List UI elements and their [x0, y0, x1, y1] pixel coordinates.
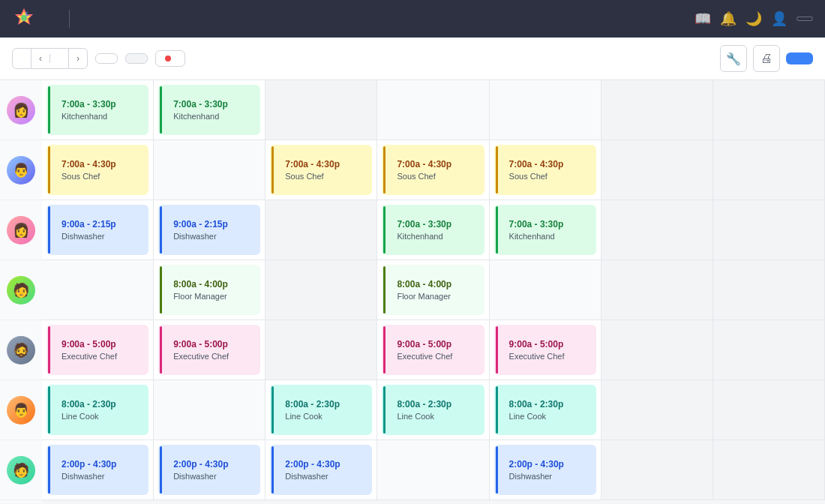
schedule-cell[interactable]: 7:00a - 3:30pKitchenhand: [154, 80, 266, 140]
schedule-cell[interactable]: 9:00a - 5:00pExecutive Chef: [377, 320, 489, 380]
schedule-cell[interactable]: [266, 80, 377, 140]
schedule-cell[interactable]: [154, 380, 266, 440]
schedule-cell[interactable]: 8:00a - 2:30pLine Cook: [42, 380, 154, 440]
schedule-cell[interactable]: 9:00a - 5:00pExecutive Chef: [154, 320, 266, 380]
shift-card[interactable]: 8:00a - 2:30pLine Cook: [270, 385, 372, 435]
schedule-cell[interactable]: [602, 80, 713, 140]
moon-icon[interactable]: 🌙: [746, 10, 762, 27]
shift-card[interactable]: 8:00a - 2:30pLine Cook: [46, 385, 148, 435]
avatar[interactable]: 🧑: [7, 276, 35, 304]
schedule-cell[interactable]: 7:00a - 3:30pKitchenhand: [377, 200, 489, 260]
schedule-cell[interactable]: 9:00a - 5:00pExecutive Chef: [42, 320, 154, 380]
schedule-cell[interactable]: [377, 440, 489, 500]
shift-card[interactable]: 7:00a - 4:30pSous Chef: [270, 145, 372, 195]
pending-badge[interactable]: [155, 50, 185, 67]
shift-card[interactable]: 2:00p - 4:30pDishwasher: [46, 445, 148, 495]
schedule-cell[interactable]: 7:00a - 4:30pSous Chef: [42, 140, 154, 200]
schedule-cell[interactable]: 2:00p - 4:30pDishwasher: [154, 440, 266, 500]
shift-color-indicator: [160, 206, 162, 254]
shift-card[interactable]: 7:00a - 4:30pSous Chef: [494, 145, 596, 195]
schedule-cell[interactable]: [602, 440, 713, 500]
date-range-label: [50, 54, 68, 63]
schedule-cell[interactable]: [266, 320, 377, 380]
shift-card[interactable]: 7:00a - 3:30pKitchenhand: [494, 205, 596, 255]
avatar[interactable]: 🧔: [7, 336, 35, 364]
schedule-cell[interactable]: 7:00a - 4:30pSous Chef: [266, 140, 377, 200]
shift-card[interactable]: 9:00a - 5:00pExecutive Chef: [46, 325, 148, 375]
schedule-cell[interactable]: 7:00a - 4:30pSous Chef: [490, 140, 602, 200]
schedule-cell[interactable]: [490, 260, 602, 320]
schedule-cell[interactable]: [490, 80, 602, 140]
sections-filter-button[interactable]: [125, 53, 148, 64]
shift-time: 7:00a - 4:30p: [285, 159, 366, 171]
avatar[interactable]: 🧑: [7, 456, 35, 484]
schedule-cell[interactable]: [266, 260, 377, 320]
schedule-cell[interactable]: [154, 140, 266, 200]
shift-card[interactable]: 9:00a - 5:00pExecutive Chef: [382, 325, 484, 375]
schedule-cell[interactable]: [266, 200, 377, 260]
shift-card[interactable]: 2:00p - 4:30pDishwasher: [270, 445, 372, 495]
avatar-image: 👨: [7, 156, 35, 184]
schedule-cell[interactable]: 2:00p - 4:30pDishwasher: [42, 440, 154, 500]
book-icon[interactable]: 📖: [694, 10, 711, 27]
publish-button[interactable]: [786, 52, 813, 64]
schedule-cell[interactable]: 8:00a - 2:30pLine Cook: [266, 380, 377, 440]
schedule-cell[interactable]: 8:00a - 2:30pLine Cook: [490, 380, 602, 440]
shift-card[interactable]: 8:00a - 2:30pLine Cook: [494, 385, 596, 435]
shift-color-indicator: [496, 146, 498, 194]
schedule-cell[interactable]: [713, 380, 825, 440]
avatar[interactable]: 👩: [7, 96, 35, 124]
shift-card[interactable]: 8:00a - 4:00pFloor Manager: [158, 265, 260, 315]
schedule-cell[interactable]: 7:00a - 4:30pSous Chef: [377, 140, 489, 200]
shift-card[interactable]: 9:00a - 2:15pDishwasher: [158, 205, 260, 255]
user-icon[interactable]: 👤: [771, 10, 788, 27]
schedule-cell[interactable]: 7:00a - 3:30pKitchenhand: [42, 80, 154, 140]
schedule-cell[interactable]: [602, 200, 713, 260]
schedule-cell[interactable]: 8:00a - 4:00pFloor Manager: [154, 260, 266, 320]
shift-card[interactable]: 7:00a - 3:30pKitchenhand: [46, 85, 148, 135]
schedule-cell[interactable]: 9:00a - 2:15pDishwasher: [42, 200, 154, 260]
schedule-cell[interactable]: [713, 320, 825, 380]
schedule-cell[interactable]: [713, 260, 825, 320]
shift-card[interactable]: 7:00a - 4:30pSous Chef: [382, 145, 484, 195]
shift-card[interactable]: 7:00a - 4:30pSous Chef: [46, 145, 148, 195]
schedule-cell[interactable]: [602, 260, 713, 320]
schedule-cell[interactable]: 2:00p - 4:30pDishwasher: [490, 440, 602, 500]
schedule-cell[interactable]: [602, 140, 713, 200]
schedule-cell[interactable]: 8:00a - 2:30pLine Cook: [377, 380, 489, 440]
schedule-cell[interactable]: [713, 80, 825, 140]
avatar[interactable]: 👨: [7, 156, 35, 184]
shift-card[interactable]: 9:00a - 5:00pExecutive Chef: [158, 325, 260, 375]
shift-role: Sous Chef: [285, 172, 366, 181]
shift-card[interactable]: 7:00a - 3:30pKitchenhand: [382, 205, 484, 255]
schedule-cell[interactable]: [713, 140, 825, 200]
schedule-cell[interactable]: [713, 440, 825, 500]
shift-card[interactable]: 7:00a - 3:30pKitchenhand: [158, 85, 260, 135]
next-week-button[interactable]: ›: [68, 49, 87, 68]
positions-filter-button[interactable]: [95, 53, 118, 64]
schedule-cell[interactable]: [42, 260, 154, 320]
shift-card[interactable]: 9:00a - 2:15pDishwasher: [46, 205, 148, 255]
schedule-cell[interactable]: 9:00a - 2:15pDishwasher: [154, 200, 266, 260]
schedule-cell[interactable]: 2:00p - 4:30pDishwasher: [266, 440, 377, 500]
bell-icon[interactable]: 🔔: [720, 10, 736, 27]
avatar[interactable]: 👩: [7, 216, 35, 244]
shift-card[interactable]: 2:00p - 4:30pDishwasher: [494, 445, 596, 495]
schedule-cell[interactable]: 7:00a - 3:30pKitchenhand: [490, 200, 602, 260]
prev-week-button[interactable]: ‹: [31, 49, 50, 68]
schedule-cell[interactable]: [602, 320, 713, 380]
schedule-cell[interactable]: [602, 380, 713, 440]
shift-time: 7:00a - 4:30p: [62, 159, 142, 171]
print-button[interactable]: 🖨: [753, 45, 780, 72]
schedule-cell[interactable]: [377, 80, 489, 140]
schedule-cell[interactable]: [713, 200, 825, 260]
shift-card[interactable]: 2:00p - 4:30pDishwasher: [158, 445, 260, 495]
schedule-cell[interactable]: 9:00a - 5:00pExecutive Chef: [490, 320, 602, 380]
shift-card[interactable]: 9:00a - 5:00pExecutive Chef: [494, 325, 596, 375]
avatar[interactable]: 👨: [7, 396, 35, 424]
shift-card[interactable]: 8:00a - 2:30pLine Cook: [382, 385, 484, 435]
avatar-image: 🧑: [7, 276, 35, 304]
schedule-cell[interactable]: 8:00a - 4:00pFloor Manager: [377, 260, 489, 320]
wrench-button[interactable]: 🔧: [720, 45, 747, 72]
shift-card[interactable]: 8:00a - 4:00pFloor Manager: [382, 265, 484, 315]
